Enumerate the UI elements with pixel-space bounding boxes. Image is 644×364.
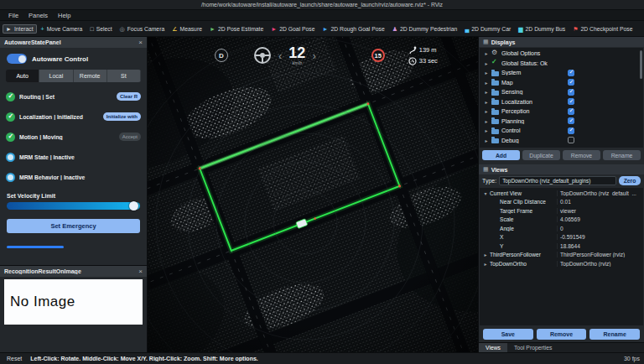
expander-icon[interactable]: ▸ [484, 50, 489, 56]
expander-icon[interactable]: ▸ [484, 138, 489, 143]
display-enabled-checkbox[interactable] [568, 79, 574, 86]
tool-button[interactable]: □ Select [86, 24, 115, 34]
display-enabled-checkbox[interactable] [568, 89, 574, 96]
views-action-button[interactable]: Save [483, 329, 533, 340]
views-action-button[interactable]: Rename [589, 329, 640, 340]
expander-icon[interactable]: ▸ [484, 70, 489, 75]
display-enabled-checkbox[interactable] [568, 98, 574, 105]
display-enabled-checkbox[interactable] [568, 108, 574, 115]
tool-button[interactable]: ⚑ 2D Checkpoint Pose [569, 24, 636, 34]
tool-icon: ♟ [392, 26, 397, 32]
tool-icon: ► [271, 26, 277, 32]
displays-action-button[interactable]: Rename [603, 150, 641, 160]
display-tree-row[interactable]: ▸ Global Status: Ok [480, 59, 643, 69]
property-value[interactable]: TopDownOrtho (rviz_default_... [557, 190, 643, 196]
property-value[interactable]: 0.01 [557, 199, 643, 205]
view-property-row[interactable]: Target Frame viewer [480, 206, 643, 216]
expander-icon[interactable]: ▸ [483, 252, 488, 257]
chevron-right-icon[interactable]: › [312, 50, 315, 61]
property-value[interactable]: 0 [557, 226, 643, 231]
view-property-row[interactable]: Y 18.8644 [480, 242, 643, 251]
tool-button[interactable]: ▄ 2D Dummy Car [461, 24, 514, 34]
close-icon[interactable]: × [138, 268, 143, 275]
display-enabled-checkbox[interactable] [568, 70, 574, 76]
display-tree-row[interactable]: ▸ Map [480, 78, 643, 88]
expander-icon[interactable]: ▸ [483, 261, 488, 267]
autoware-control-toggle[interactable] [7, 54, 27, 64]
menu-item[interactable]: Panels [23, 12, 53, 19]
displays-action-button[interactable]: Add [482, 150, 520, 160]
property-value[interactable]: 18.8644 [557, 243, 643, 249]
tool-button[interactable]: ► Interact [3, 24, 37, 34]
view-property-row[interactable]: ▸ ThirdPersonFollower ThirdPersonFollowe… [480, 251, 643, 260]
view-property-row[interactable]: Near Clip Distance 0.01 [480, 198, 643, 207]
display-tree-row[interactable]: ▸ Perception [480, 107, 643, 117]
expander-icon[interactable]: ▸ [484, 80, 489, 86]
property-value[interactable]: ThirdPersonFollower (rviz) [557, 252, 643, 257]
menu-item[interactable]: Help [53, 12, 75, 19]
tool-button[interactable]: ∠ Measure [169, 24, 205, 34]
3d-viewport[interactable]: D ‹ 12 km/h › 15 [148, 37, 478, 352]
menu-item[interactable]: File [3, 12, 23, 19]
view-property-row[interactable]: Angle 0 [480, 224, 643, 233]
property-value[interactable]: viewer [557, 208, 643, 214]
set-emergency-button[interactable]: Set Emergency [7, 219, 140, 233]
reset-button[interactable]: Reset [4, 356, 24, 361]
property-value[interactable]: 4.06569 [557, 216, 643, 222]
display-tree-row[interactable]: ▸ System [480, 68, 643, 78]
display-tree-row[interactable]: ▸ Planning [480, 117, 643, 127]
tool-button[interactable]: ► 2D Rough Goal Pose [319, 24, 388, 34]
view-property-row[interactable]: X -0.591549 [480, 233, 643, 242]
slider-handle[interactable] [129, 201, 138, 211]
view-property-row[interactable]: ▾ Current View TopDownOrtho (rviz_defaul… [480, 189, 643, 198]
display-tree-row[interactable]: ▸ Debug [480, 136, 643, 146]
tool-button[interactable]: ► 2D Pose Estimate [206, 24, 267, 34]
displays-action-button[interactable]: Duplicate [522, 150, 560, 160]
panel-tab[interactable]: Views [479, 343, 507, 352]
tool-button[interactable]: ▆ 2D Dummy Bus [515, 24, 569, 34]
view-type-dropdown[interactable]: TopDownOrtho (rviz_default_plugins) [499, 176, 616, 185]
display-enabled-checkbox[interactable] [568, 137, 574, 143]
display-tree-row[interactable]: ▸ Global Options [480, 49, 643, 59]
chevron-left-icon[interactable]: ‹ [278, 50, 282, 61]
expander-icon[interactable]: ▸ [484, 60, 489, 66]
scrollbar-thumb[interactable] [640, 50, 642, 79]
expander-icon[interactable]: ▸ [484, 127, 489, 133]
display-tree-row[interactable]: ▸ Localization [480, 97, 643, 107]
tool-button[interactable]: ► 2D Goal Pose [267, 24, 318, 34]
property-value[interactable]: -0.591549 [557, 234, 643, 240]
expander-icon[interactable]: ▸ [484, 108, 489, 114]
mode-tab[interactable]: St [107, 70, 141, 82]
tool-button[interactable]: ♟ 2D Dummy Pedestrian [389, 24, 461, 34]
tool-button[interactable]: ◎ Focus Camera [117, 24, 169, 34]
display-tree-row[interactable]: ▸ Sensing [480, 87, 643, 97]
display-enabled-checkbox[interactable] [568, 127, 574, 134]
expander-icon[interactable]: ▸ [484, 118, 489, 124]
panel-tab[interactable]: Tool Properties [507, 343, 558, 352]
views-action-button[interactable]: Remove [537, 329, 587, 340]
property-value[interactable]: TopDownOrtho (rviz) [557, 261, 643, 267]
status-action-button[interactable]: Clear R [117, 92, 141, 101]
panel-scrollbar[interactable] [7, 246, 64, 248]
mode-tab[interactable]: Auto [6, 70, 39, 82]
displays-action-button[interactable]: Remove [563, 150, 600, 160]
status-action-button[interactable]: Initialize with [103, 112, 141, 121]
mode-tab[interactable]: Local [39, 70, 73, 82]
close-icon[interactable]: × [138, 39, 143, 46]
expander-icon[interactable]: ▸ [484, 99, 489, 105]
tool-icon: ◎ [120, 26, 125, 32]
view-property-row[interactable]: ▸ TopDownOrtho TopDownOrtho (rviz) [480, 259, 643, 268]
expander-icon[interactable]: ▸ [484, 89, 489, 95]
display-tree-row[interactable]: ▸ Control [480, 126, 643, 136]
mode-tab[interactable]: Remote [74, 70, 107, 82]
display-enabled-checkbox[interactable] [568, 117, 574, 124]
zero-button[interactable]: Zero [619, 176, 641, 185]
tool-button[interactable]: + Move Camera [38, 24, 86, 34]
property-name-cell: Target Frame [483, 208, 557, 214]
velocity-limit-slider[interactable] [7, 202, 140, 210]
status-action-button[interactable]: Accept [119, 133, 141, 141]
titlebar[interactable]: /home/work/autoware/install/autoware_lau… [0, 0, 644, 10]
status-label: Localization | Initialized [19, 114, 99, 120]
expander-icon[interactable]: ▾ [483, 190, 488, 196]
view-property-row[interactable]: Scale 4.06569 [480, 216, 643, 225]
